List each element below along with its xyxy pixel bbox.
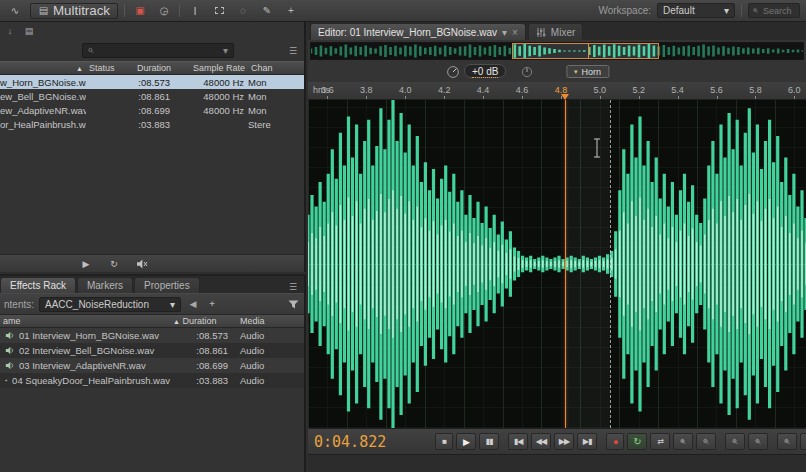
file-name: w_Horn_BGNoise.wav bbox=[0, 77, 86, 88]
audio-speaker-icon bbox=[5, 331, 15, 340]
files-search-input[interactable] bbox=[98, 45, 219, 57]
file-name: ew_AdaptiveNR.wav bbox=[0, 105, 86, 116]
column-sample-rate[interactable]: Sample Rate bbox=[174, 63, 248, 73]
ruler-tick-mark bbox=[755, 96, 756, 99]
volume-db-badge[interactable]: +0 dB bbox=[464, 64, 506, 78]
time-selection-tool-icon[interactable]: I bbox=[186, 3, 204, 19]
playhead-time-display[interactable]: 0:04.822 bbox=[314, 433, 386, 451]
toolbar-divider bbox=[124, 4, 125, 17]
file-channels: Mon bbox=[248, 105, 304, 116]
column-duration[interactable]: Duration bbox=[126, 63, 174, 73]
files-footer-toolbar: ▶ ↻ bbox=[0, 254, 304, 272]
waveform-display[interactable] bbox=[308, 100, 806, 428]
tab-mixer[interactable]: Mixer bbox=[528, 23, 583, 40]
ruler-tick-label: 5.0 bbox=[594, 85, 607, 95]
editor-panel: Editor: 01 Interview_Horn_BGNoise.wav ▾ … bbox=[308, 22, 806, 472]
loop-playback-button[interactable]: ↻ bbox=[627, 433, 647, 450]
paintbrush-selection-tool-icon[interactable]: ✎ bbox=[258, 3, 276, 19]
multitrack-icon: ▤ bbox=[38, 3, 49, 19]
play-icon[interactable]: ▶ bbox=[78, 257, 94, 271]
waveform-overview[interactable] bbox=[310, 42, 804, 60]
skip-to-end-button[interactable]: ▶▮ bbox=[577, 433, 597, 450]
marker-flag[interactable]: ▾ Horn bbox=[566, 65, 609, 78]
media-type: Audio bbox=[232, 330, 304, 341]
files-toolbar: ↓ ▤ bbox=[0, 22, 304, 40]
add-shortcut-icon[interactable]: + bbox=[205, 298, 219, 311]
main-waveform bbox=[308, 100, 806, 428]
files-search-box[interactable]: ▾ bbox=[82, 43, 234, 58]
shuttle-button[interactable]: ⇄ bbox=[650, 433, 670, 450]
column-duration[interactable]: ▲ Duration bbox=[170, 316, 232, 326]
overview-view-rectangle[interactable] bbox=[512, 43, 659, 59]
mixer-tab-label: Mixer bbox=[551, 27, 575, 38]
volume-knob-icon[interactable] bbox=[446, 65, 460, 79]
pause-button[interactable]: ▮▮ bbox=[479, 433, 499, 450]
playhead-line[interactable] bbox=[565, 100, 566, 428]
fast-forward-button[interactable]: ▶▶ bbox=[554, 433, 574, 450]
panel-menu-icon[interactable]: ☰ bbox=[286, 280, 300, 293]
tab-properties[interactable]: Properties bbox=[134, 277, 200, 293]
zoom-to-selection-button[interactable] bbox=[777, 433, 797, 450]
media-browser-icon[interactable]: ▣ bbox=[131, 3, 149, 19]
table-row[interactable]: w_Horn_BGNoise.wav :08.573 48000 Hz Mon bbox=[0, 75, 304, 89]
close-icon[interactable]: × bbox=[512, 27, 518, 38]
tab-effects-rack[interactable]: Effects Rack bbox=[0, 277, 76, 293]
timeline-ruler[interactable]: hms 3.63.84.04.24.44.64.85.05.25.45.65.8… bbox=[308, 82, 806, 100]
new-file-icon[interactable]: ▤ bbox=[22, 25, 36, 38]
zoom-out-horizontal-button[interactable] bbox=[748, 433, 768, 450]
multitrack-button[interactable]: ▤ Multitrack bbox=[30, 3, 118, 19]
lasso-selection-tool-icon[interactable]: ◌ bbox=[234, 3, 252, 19]
ruler-tick-mark bbox=[717, 96, 718, 99]
waveform-view-icon[interactable]: ∿ bbox=[6, 3, 24, 19]
pan-knob-icon[interactable] bbox=[521, 66, 533, 78]
media-duration: :08.699 bbox=[170, 360, 232, 371]
column-media[interactable]: Media bbox=[232, 316, 304, 326]
selection-band bbox=[565, 100, 609, 428]
marquee-selection-tool-icon[interactable] bbox=[210, 3, 228, 19]
stop-button[interactable]: ■ bbox=[435, 433, 453, 450]
filter-funnel-icon[interactable] bbox=[286, 298, 300, 311]
rewind-button[interactable]: ◀◀ bbox=[531, 433, 551, 450]
record-button[interactable]: ● bbox=[606, 433, 624, 450]
ruler-tick-mark bbox=[678, 96, 679, 99]
play-button[interactable]: ▶ bbox=[456, 433, 476, 450]
chevron-down-icon: ▾ bbox=[170, 299, 175, 310]
list-item[interactable]: 01 Interview_Horn_BGNoise.wav :08.573 Au… bbox=[0, 328, 304, 343]
history-icon[interactable]: ◶ bbox=[155, 3, 173, 19]
table-row[interactable]: ew_AdaptiveNR.wav :08.699 48000 Hz Mon bbox=[0, 103, 304, 117]
column-channels[interactable]: Chan bbox=[248, 63, 304, 73]
panel-tab-bar: Effects Rack Markers Properties ☰ bbox=[0, 276, 304, 293]
spot-healing-brush-tool-icon[interactable]: + bbox=[282, 3, 300, 19]
tab-markers[interactable]: Markers bbox=[77, 277, 133, 293]
table-row[interactable]: or_HealPainbrush.wav :03.883 Stere bbox=[0, 117, 304, 131]
contents-select[interactable]: AACC_NoiseReduction ▾ bbox=[39, 297, 181, 312]
ruler-tick-label: 6.0 bbox=[788, 85, 801, 95]
zoom-full-button[interactable] bbox=[800, 433, 806, 450]
search-input[interactable] bbox=[761, 5, 795, 17]
ruler-tick-mark bbox=[366, 96, 367, 99]
auto-play-speaker-icon[interactable] bbox=[134, 257, 150, 271]
zoom-in-horizontal-button[interactable] bbox=[725, 433, 745, 450]
workspace-select[interactable]: Default ▾ bbox=[657, 3, 735, 18]
ruler-tick-mark bbox=[327, 96, 328, 99]
list-item[interactable]: 03 Interview_AdaptiveNR.wav :08.699 Audi… bbox=[0, 358, 304, 373]
table-row[interactable]: ew_Bell_BGNoise.wav :08.861 48000 Hz Mon bbox=[0, 89, 304, 103]
panel-menu-icon[interactable]: ☰ bbox=[286, 44, 300, 57]
files-column-header[interactable]: ▲ Status Duration Sample Rate Chan bbox=[0, 61, 304, 75]
column-status[interactable]: Status bbox=[86, 63, 126, 73]
media-column-header[interactable]: ame ▲ Duration Media bbox=[0, 315, 304, 328]
loop-playback-icon[interactable]: ↻ bbox=[106, 257, 122, 271]
column-name[interactable]: ame bbox=[0, 316, 170, 326]
import-file-icon[interactable]: ↓ bbox=[3, 25, 17, 38]
list-item[interactable]: 04 SqueakyDoor_HealPainbrush.wav :03.883… bbox=[0, 373, 304, 388]
back-arrow-icon[interactable]: ◀ bbox=[186, 298, 200, 311]
zoom-in-button[interactable] bbox=[673, 433, 693, 450]
skip-to-start-button[interactable]: ▮◀ bbox=[508, 433, 528, 450]
workspace-label: Workspace: bbox=[598, 5, 651, 16]
help-search-box[interactable] bbox=[748, 3, 800, 18]
editor-tab-bar: Editor: 01 Interview_Horn_BGNoise.wav ▾ … bbox=[308, 22, 806, 40]
tab-editor[interactable]: Editor: 01 Interview_Horn_BGNoise.wav ▾ … bbox=[310, 23, 526, 40]
chevron-down-icon[interactable]: ▾ bbox=[502, 27, 507, 38]
list-item[interactable]: 02 Interview_Bell_BGNoise.wav :08.861 Au… bbox=[0, 343, 304, 358]
zoom-out-button[interactable] bbox=[696, 433, 716, 450]
